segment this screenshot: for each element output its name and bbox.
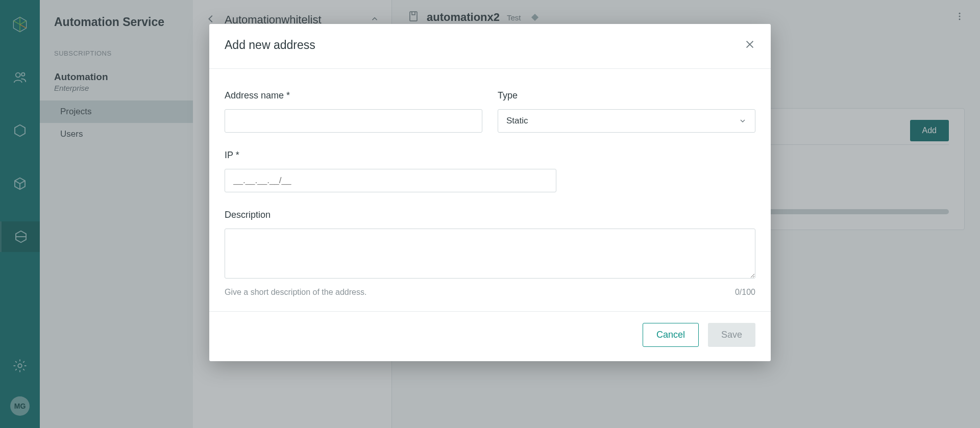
ip-input[interactable] [225,169,556,192]
description-label: Description [225,210,755,220]
modal-title: Add new address [225,38,315,52]
description-textarea[interactable] [225,229,755,279]
save-button[interactable]: Save [708,323,755,347]
type-label: Type [498,90,755,101]
description-helper-text: Give a short description of the address. [225,288,366,297]
cancel-button[interactable]: Cancel [643,323,699,347]
close-icon[interactable] [744,39,755,52]
address-name-input[interactable] [225,109,482,133]
address-name-label: Address name * [225,90,482,101]
ip-label: IP * [225,150,755,161]
add-address-modal: Add new address Address name * Type [209,24,771,361]
description-counter: 0/100 [735,288,755,297]
modal-overlay: Add new address Address name * Type [0,0,980,428]
chevron-down-icon [739,117,747,125]
type-select-value: Static [506,116,528,126]
type-select[interactable]: Static [498,109,755,133]
